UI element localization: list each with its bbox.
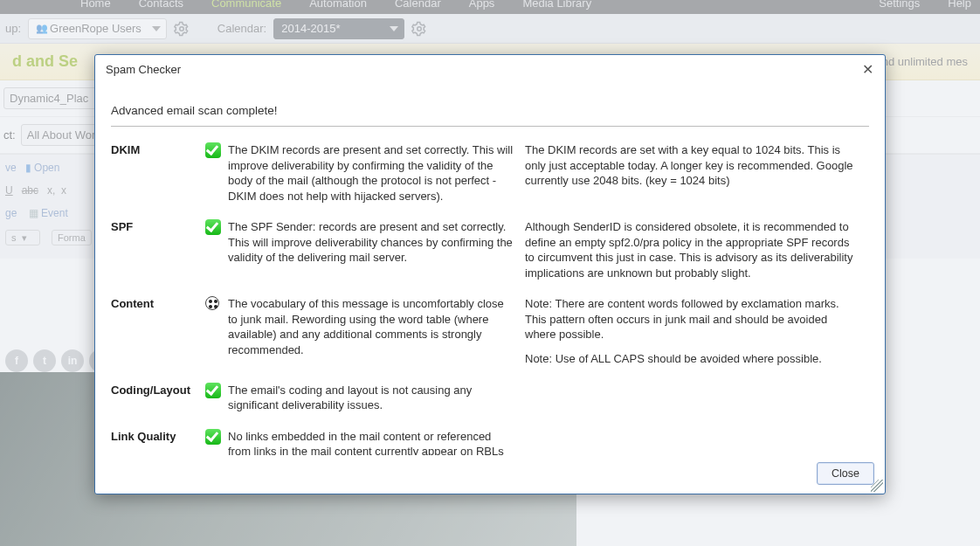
row-label: Content <box>111 293 205 378</box>
table-row: Content The vocabulary of this message i… <box>111 293 869 378</box>
row-label: Coding/Layout <box>111 379 205 425</box>
row-col2 <box>525 379 869 425</box>
modal-footer: Close <box>95 455 885 494</box>
row-label: SPF <box>111 216 205 293</box>
check-icon <box>205 219 221 235</box>
row-col1: The vocabulary of this message is uncomf… <box>228 293 525 378</box>
modal-title: Spam Checker <box>106 63 181 76</box>
check-icon <box>205 383 221 398</box>
modal-titlebar: Spam Checker ✕ <box>95 55 885 83</box>
table-row: SPF The SPF Sender: records are present … <box>111 216 869 293</box>
close-button[interactable]: Close <box>817 462 874 485</box>
row-col2b: Note: Use of ALL CAPS should be avoided … <box>525 351 860 367</box>
row-col1: The DKIM records are present and set cor… <box>228 139 525 216</box>
scan-table: DKIM The DKIM records are present and se… <box>111 139 869 455</box>
row-col2a: Note: There are content words followed b… <box>525 296 860 342</box>
row-label: DKIM <box>111 139 205 216</box>
row-col2: Although SenderID is considered obsolete… <box>525 216 869 293</box>
row-col2: Note: There are content words followed b… <box>525 293 869 378</box>
scan-complete-text: Advanced email scan complete! <box>111 88 869 127</box>
table-row: DKIM The DKIM records are present and se… <box>111 139 869 216</box>
row-col1: The email's coding and layout is not cau… <box>228 379 525 425</box>
radiation-icon <box>205 296 219 310</box>
check-icon <box>205 429 221 445</box>
spam-checker-modal: Spam Checker ✕ Advanced email scan compl… <box>94 54 886 494</box>
table-row: Link Quality No links embedded in the ma… <box>111 425 869 455</box>
table-row: Coding/Layout The email's coding and lay… <box>111 379 869 425</box>
row-col1: No links embedded in the mail content or… <box>228 425 525 455</box>
close-icon[interactable]: ✕ <box>859 60 876 78</box>
check-icon <box>205 142 221 158</box>
modal-content: Advanced email scan complete! DKIM The D… <box>95 83 885 455</box>
row-label: Link Quality <box>111 425 205 455</box>
resize-handle[interactable] <box>871 480 883 492</box>
row-col1: The SPF Sender: records are present and … <box>228 216 525 293</box>
row-col2 <box>525 425 869 455</box>
row-col2: The DKIM records are set with a key equa… <box>525 139 869 216</box>
